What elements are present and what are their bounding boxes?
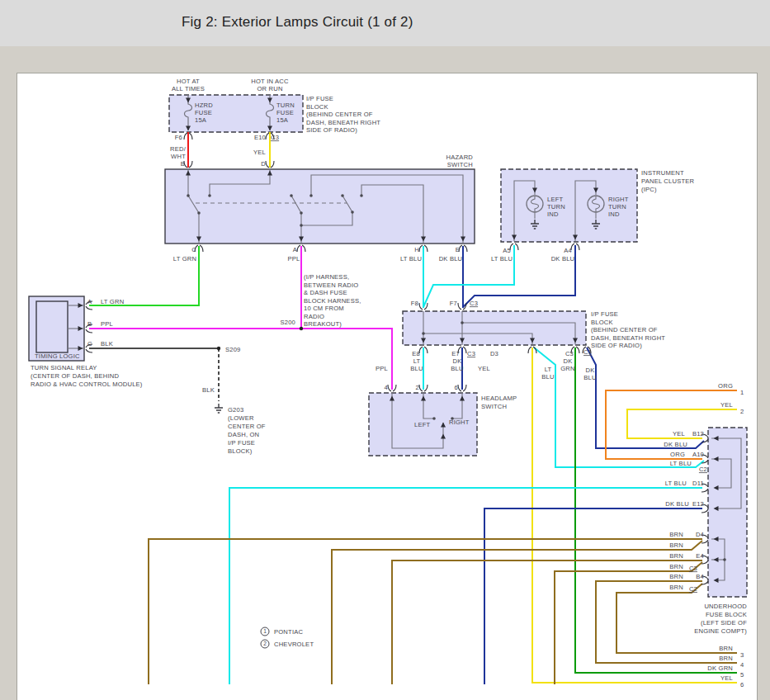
label-center-of: CENTER OF [228, 423, 266, 430]
label-d: D [261, 160, 266, 168]
label-blu: BLU [583, 374, 596, 381]
label-c3: C3 [271, 134, 279, 141]
label-yel: YEL [720, 401, 733, 409]
label-d11: D11 [692, 480, 704, 487]
label-3: 3 [740, 651, 744, 659]
label-lower: (LOWER [228, 414, 254, 422]
label-fuse-block: FUSE BLOCK [706, 611, 747, 618]
splice-dot-6 [300, 211, 303, 215]
label-block: BLOCK) [228, 447, 253, 455]
label-a10: A10 [692, 451, 704, 458]
label-d4: D4 [696, 531, 704, 538]
label-radio: RADIO [304, 313, 324, 320]
label-i-p-fuse: I/P FUSE [591, 310, 618, 318]
label-timing-logic: TIMING LOGIC [35, 352, 80, 360]
label-4: 4 [385, 384, 388, 391]
label-or-run: OR RUN [257, 85, 282, 92]
label-red: RED/ [170, 145, 187, 153]
label-behind-center-of: (BEHIND CENTER OF [591, 326, 658, 333]
label-2: 2 [416, 384, 419, 391]
label-b: B [87, 320, 92, 328]
splice-dot-2 [187, 194, 190, 197]
label-i-p-fuse: I/P FUSE [306, 95, 333, 102]
label-hot-at: HOT AT [177, 78, 200, 85]
splice-dot-11 [300, 224, 303, 227]
label-2: 2 [740, 408, 744, 415]
label-ppl: PPL [376, 365, 388, 372]
label-e: E [456, 246, 460, 253]
label-between-radio: BETWEEN RADIO [304, 281, 358, 289]
label-dk: DK [564, 357, 573, 365]
label-ppl: PPL [101, 320, 113, 328]
label-dk-blu: DK BLU [439, 255, 463, 262]
label-brn: BRN [719, 645, 733, 652]
legend-label-1: PONTIAC [274, 628, 303, 636]
label-c1: C1 [583, 348, 592, 356]
label-lt-blu: LT BLU [400, 255, 422, 262]
label-c2: C2 [689, 585, 697, 593]
legend-num-2: 2 [263, 641, 267, 646]
label-s209: S209 [225, 346, 241, 353]
label-brn: BRN [719, 655, 733, 662]
splice-dot-14 [723, 558, 726, 561]
label-lt-blu: LT BLU [665, 480, 687, 487]
label-right: RIGHT [449, 419, 470, 426]
label-e7: E7 [451, 350, 460, 357]
splice-dot-0 [300, 327, 303, 330]
label-dk: DK [453, 357, 462, 365]
label-block-harness: BLOCK HARNESS, [304, 297, 361, 305]
label-blu: BLU [410, 365, 423, 372]
label-switch: SWITCH [447, 161, 473, 168]
label-hazard: HAZARD [446, 154, 474, 161]
label-i-p-harness: (I/P HARNESS, [304, 273, 349, 281]
label-yel: YEL [673, 430, 685, 438]
label-blu: BLU [451, 365, 463, 372]
label-b: B [181, 160, 185, 168]
label-blu: BLU [541, 373, 554, 381]
label-lt-grn: LT GRN [173, 255, 196, 262]
label-a: A [293, 246, 298, 253]
label-fuse: FUSE [195, 109, 212, 116]
label-fuse: FUSE [276, 109, 294, 116]
label-right: RIGHT [608, 196, 629, 203]
label-e8: E8 [412, 350, 420, 357]
label-6: 6 [455, 384, 458, 391]
label-dk-grn: DK GRN [707, 665, 733, 672]
label-dash-on: DASH, ON [228, 431, 259, 438]
label-ppl: PPL [288, 255, 300, 262]
label-center-of-dash-behind: (CENTER OF DASH, BEHIND [31, 372, 119, 380]
label-b4: B4 [696, 573, 704, 580]
label-breakout: BREAKOUT) [304, 320, 342, 328]
label-turn: TURN [547, 203, 565, 210]
splice-dot-5 [290, 194, 293, 197]
label-yel: YEL [253, 149, 266, 156]
label-lt-blu: LT BLU [670, 460, 692, 467]
label-ipc: (IPC) [641, 186, 657, 193]
label-e10: E10 [254, 134, 266, 141]
splice-dot-8 [341, 194, 344, 197]
label-c3: C3 [565, 350, 574, 357]
splice-dot-7 [309, 194, 313, 197]
label-a4: A4 [564, 247, 572, 254]
legend-num-1: 1 [263, 628, 267, 634]
label-engine-compt: ENGINE COMPT) [694, 627, 747, 635]
label-h: H [414, 246, 419, 253]
label-e4: E4 [696, 552, 704, 560]
label-radio-hvac-control-module: RADIO & HVAC CONTROL MODULE) [31, 381, 143, 388]
label-c2: C2 [699, 466, 707, 473]
splice-dot-13 [461, 321, 464, 324]
wiring-diagram: HOT ATALL TIMESHOT IN ACCOR RUNHZRDFUSE1… [0, 0, 770, 700]
label-underhood: UNDERHOOD [704, 603, 747, 610]
splice-dot-15 [432, 417, 436, 420]
label-5: 5 [740, 671, 744, 679]
label-switch: SWITCH [481, 403, 507, 410]
label-dash-beneath-right: DASH, BENEATH RIGHT [591, 334, 665, 342]
label-block: BLOCK [591, 319, 613, 326]
label-s200: S200 [280, 319, 295, 326]
label-6: 6 [740, 681, 744, 688]
label-org: ORG [718, 382, 733, 390]
ip-fuse-block-mid-box [403, 311, 586, 345]
label-dk: DK [586, 367, 595, 374]
label-lt-grn: LT GRN [101, 298, 124, 305]
hazard-switch-box [165, 169, 475, 244]
